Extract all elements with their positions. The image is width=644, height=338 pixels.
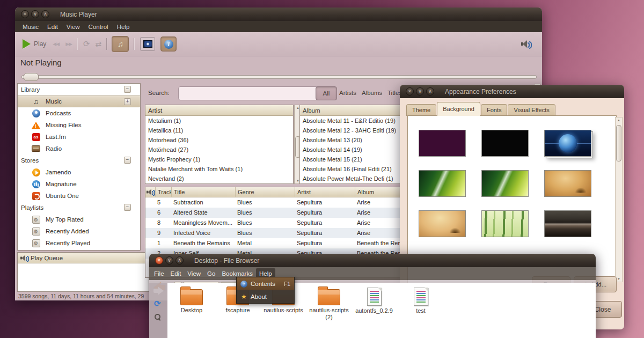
star-icon	[240, 293, 247, 300]
artist-list-item[interactable]: Natalie Merchant with Tom Waits (1)	[145, 164, 293, 174]
maximize-icon[interactable]	[175, 256, 184, 264]
browse-library-button[interactable]: ♫	[112, 36, 129, 52]
menu-item-contents[interactable]: Contents F1	[237, 277, 294, 290]
search-icon[interactable]	[155, 314, 161, 320]
wallpaper-thumb-storm-clouds[interactable]	[544, 210, 591, 237]
next-track-icon[interactable]: ▶▶	[65, 41, 72, 47]
artist-list-item[interactable]: Motörhead (27)	[145, 145, 293, 155]
wallpaper-thumb-green-leaves[interactable]	[419, 170, 466, 197]
sidebar-item-my-top-rated[interactable]: My Top Rated	[18, 214, 140, 225]
forward-button[interactable]	[153, 286, 164, 295]
menu-edit[interactable]: Edit	[43, 24, 62, 30]
sidebar-item-recently-played[interactable]: Recently Played	[18, 237, 140, 249]
artist-list-item[interactable]: Metalium (1)	[145, 116, 293, 126]
column-header-track[interactable]: Track	[155, 187, 171, 197]
wallpaper-scrollbar[interactable]: ▲ ▼	[615, 117, 623, 282]
menu-file[interactable]: File	[151, 268, 167, 279]
now-playing-status: Not Playing	[20, 58, 62, 67]
menu-control[interactable]: Control	[84, 24, 113, 30]
column-header-genre[interactable]: Genre	[235, 187, 295, 197]
minimize-icon[interactable]	[31, 10, 39, 18]
menu-edit[interactable]: Edit	[167, 268, 185, 279]
folder-icon	[318, 289, 340, 305]
seek-slider[interactable]	[21, 75, 537, 79]
music-player-titlebar[interactable]: Music Player	[15, 8, 542, 21]
menu-help[interactable]: Help	[113, 24, 134, 30]
artist-list-item[interactable]: Neverland (2)	[145, 174, 293, 183]
artist-list-item[interactable]: Metallica (11)	[145, 126, 293, 135]
collapse-icon[interactable]: −	[124, 204, 131, 211]
scroll-up-icon[interactable]: ▲	[616, 119, 622, 122]
tab-background[interactable]: Background	[437, 102, 480, 116]
column-header-title[interactable]: Title	[171, 187, 235, 197]
wallpaper-thumb-parchment-tree-light[interactable]	[419, 210, 466, 237]
close-icon[interactable]	[21, 10, 29, 18]
sidebar-item-lastfm[interactable]: Last.fm	[18, 131, 140, 143]
sidebar-item-label: Magnatune	[46, 181, 77, 187]
menu-item-about[interactable]: About	[237, 290, 294, 303]
appearance-titlebar[interactable]: Appearance Preferences	[400, 85, 624, 98]
minimize-icon[interactable]	[165, 256, 173, 264]
artist-list-item[interactable]: Motorhead (36)	[145, 135, 293, 145]
file-browser-menubar: File Edit View Go Bookmarks Help	[149, 267, 596, 280]
filter-artists-button[interactable]: Artists	[339, 90, 356, 96]
wallpaper-thumb-bamboo[interactable]	[481, 210, 529, 237]
play-button[interactable]: Play	[23, 39, 46, 49]
maximize-icon[interactable]	[426, 87, 434, 95]
wallpaper-thumb-solid-black[interactable]	[481, 130, 529, 157]
wallpaper-thumb-parchment-tree[interactable]	[544, 170, 591, 197]
close-icon[interactable]	[406, 87, 414, 95]
sidebar-item-recently-added[interactable]: Recently Added	[18, 225, 140, 237]
song-info-button[interactable]: i	[160, 36, 177, 52]
maximize-icon[interactable]	[41, 10, 49, 18]
file-item-autontfs[interactable]: autontfs_0.2.9	[352, 286, 397, 314]
sidebar-item-jamendo[interactable]: Jamendo	[18, 166, 140, 178]
play-queue-pane: Play Queue	[17, 252, 149, 292]
shuffle-icon[interactable]: ⇄	[96, 40, 102, 48]
tab-theme[interactable]: Theme	[406, 104, 436, 116]
menu-music[interactable]: Music	[18, 24, 43, 30]
sidebar-item-magnatune[interactable]: Magnatune	[18, 178, 140, 190]
refresh-icon[interactable]	[154, 299, 161, 308]
scrollbar-thumb[interactable]	[616, 125, 621, 161]
collapse-icon[interactable]: −	[124, 157, 131, 164]
volume-icon[interactable]	[521, 40, 531, 48]
minimize-icon[interactable]	[416, 87, 424, 95]
search-input[interactable]	[178, 86, 333, 100]
sidebar-item-radio[interactable]: Radio	[18, 143, 140, 155]
play-queue-header[interactable]: Play Queue	[18, 253, 149, 263]
file-item-desktop[interactable]: Desktop	[169, 286, 214, 314]
wallpaper-thumb-solid-purple[interactable]	[419, 130, 466, 157]
sidebar-item-podcasts[interactable]: Podcasts	[18, 107, 140, 119]
artist-column-header[interactable]: Artist	[145, 105, 293, 116]
sidebar-item-missing-files[interactable]: Missing Files	[18, 119, 140, 131]
wallpaper-thumb-blue-planet[interactable]	[544, 130, 591, 157]
tab-fonts[interactable]: Fonts	[481, 104, 508, 116]
sidebar-item-label: Radio	[46, 145, 62, 152]
close-icon[interactable]	[155, 256, 163, 264]
previous-track-icon[interactable]: ◀◀	[53, 41, 59, 47]
file-item-nautilus-scripts-2[interactable]: nautilus-scripts (2)	[306, 286, 352, 320]
repeat-icon[interactable]: ⟳	[83, 39, 90, 49]
filter-albums-button[interactable]: Albums	[362, 90, 382, 96]
small-display-button[interactable]	[140, 37, 155, 51]
file-browser-titlebar[interactable]: Desktop - File Browser	[149, 254, 596, 267]
file-list: Desktop fscapture nautilus-scripts nauti…	[167, 283, 596, 338]
column-header-artist[interactable]: Artist	[295, 187, 355, 197]
filter-all-button[interactable]: All	[316, 86, 337, 100]
menu-view[interactable]: View	[62, 24, 84, 30]
sidebar-item-ubuntu-one[interactable]: Ubuntu One	[18, 190, 140, 202]
menu-go[interactable]: Go	[204, 268, 218, 279]
collapse-icon[interactable]: −	[124, 86, 131, 93]
play-queue-label: Play Queue	[31, 255, 63, 261]
seek-slider-handle[interactable]	[24, 73, 39, 81]
wallpaper-thumb-green-leaves[interactable]	[481, 170, 529, 197]
sidebar-item-music[interactable]: ♫ Music +	[18, 95, 140, 107]
tab-visual-effects[interactable]: Visual Effects	[508, 104, 555, 116]
sidebar-item-label: Missing Files	[46, 122, 81, 128]
artist-list-item[interactable]: Mystic Prophecy (1)	[145, 155, 293, 164]
file-item-test[interactable]: test	[398, 286, 443, 314]
source-list: Library − ♫ Music + Podcasts Missing Fil…	[17, 83, 141, 251]
menu-view[interactable]: View	[184, 268, 204, 279]
expand-icon[interactable]: +	[124, 98, 131, 105]
